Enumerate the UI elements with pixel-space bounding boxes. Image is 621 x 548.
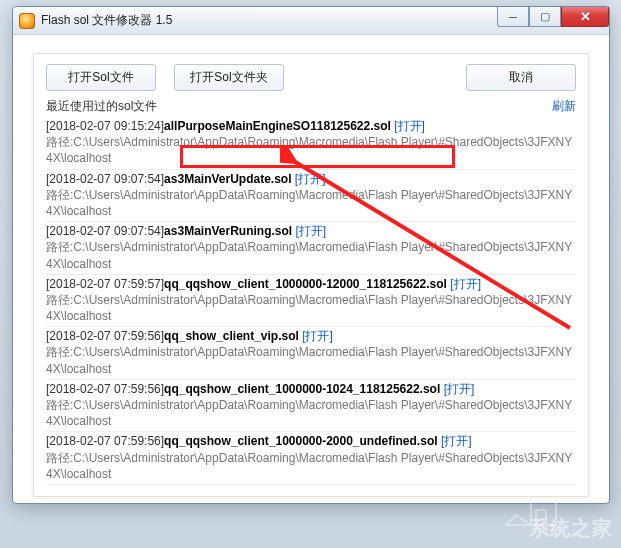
entry-filename: qq_qqshow_client_1000000-1024_118125622.… xyxy=(164,382,444,396)
entry-open-link[interactable]: [打开] xyxy=(295,172,326,186)
recent-header: 最近使用过的sol文件 刷新 xyxy=(46,98,576,115)
entry-filename: as3MainVerRuning.sol xyxy=(164,224,295,238)
refresh-link[interactable]: 刷新 xyxy=(552,98,576,115)
entry-path: 路径:C:\Users\Administrator\AppData\Roamin… xyxy=(46,292,576,324)
app-window: Flash sol 文件修改器 1.5 ─ ▢ ✕ 打开Sol文件 打开Sol文… xyxy=(12,6,610,504)
file-entry: [2018-02-07 07:59:56]qq_show_client_vip.… xyxy=(46,327,576,380)
titlebar[interactable]: Flash sol 文件修改器 1.5 ─ ▢ ✕ xyxy=(13,7,609,35)
recent-label: 最近使用过的sol文件 xyxy=(46,98,157,115)
entry-open-link[interactable]: [打开] xyxy=(394,119,425,133)
inner-panel: 打开Sol文件 打开Sol文件夹 取消 最近使用过的sol文件 刷新 [2018… xyxy=(33,53,589,497)
file-entry: [2018-02-07 07:59:56]qq_qqshow_client_10… xyxy=(46,380,576,433)
entry-timestamp: [2018-02-07 09:15:24] xyxy=(46,119,164,133)
toolbar: 打开Sol文件 打开Sol文件夹 取消 xyxy=(46,64,576,91)
close-button[interactable]: ✕ xyxy=(561,7,609,27)
entry-open-link[interactable]: [打开] xyxy=(302,329,333,343)
entry-path: 路径:C:\Users\Administrator\AppData\Roamin… xyxy=(46,239,576,271)
entry-filename: as3MainVerUpdate.sol xyxy=(164,172,295,186)
recent-file-list: [2018-02-07 09:15:24]allPurposeMainEngin… xyxy=(46,117,576,488)
entry-open-link[interactable]: [打开] xyxy=(441,434,472,448)
open-sol-file-button[interactable]: 打开Sol文件 xyxy=(46,64,156,91)
entry-path: 路径:C:\Users\Administrator\AppData\Roamin… xyxy=(46,450,576,482)
open-sol-folder-button[interactable]: 打开Sol文件夹 xyxy=(174,64,284,91)
entry-filename: qq_qqshow_client_1000000-2000_undefined.… xyxy=(164,434,441,448)
file-entry: [2018-02-07 09:07:54]as3MainVerRuning.so… xyxy=(46,222,576,275)
entry-timestamp: [2018-02-07 09:07:54] xyxy=(46,224,164,238)
window-title: Flash sol 文件修改器 1.5 xyxy=(41,12,172,29)
entry-filename: qq_qqshow_client_1000000-12000_118125622… xyxy=(164,277,450,291)
cancel-button[interactable]: 取消 xyxy=(466,64,576,91)
file-entry: [2018-02-07 09:15:24]allPurposeMainEngin… xyxy=(46,117,576,170)
entry-path: 路径:C:\Users\Administrator\AppData\Roamin… xyxy=(46,344,576,376)
window-controls: ─ ▢ ✕ xyxy=(497,7,609,27)
file-entry: [2018-02-07 07:59:57]qq_qqshow_client_10… xyxy=(46,275,576,328)
entry-timestamp: [2018-02-07 07:59:57] xyxy=(46,277,164,291)
entry-timestamp: [2018-02-07 07:59:56] xyxy=(46,329,164,343)
entry-filename: qq_show_client_vip.sol xyxy=(164,329,302,343)
entry-filename: allPurposeMainEngineSO118125622.sol xyxy=(164,119,394,133)
entry-path: 路径:C:\Users\Administrator\AppData\Roamin… xyxy=(46,397,576,429)
entry-open-link[interactable]: [打开] xyxy=(450,277,481,291)
maximize-button[interactable]: ▢ xyxy=(529,7,561,27)
entry-open-link[interactable]: [打开] xyxy=(444,382,475,396)
entry-path: 路径:C:\Users\Administrator\AppData\Roamin… xyxy=(46,187,576,219)
watermark-text: 系统之家 xyxy=(529,515,613,542)
minimize-button[interactable]: ─ xyxy=(497,7,529,27)
entry-timestamp: [2018-02-07 09:07:54] xyxy=(46,172,164,186)
file-entry: [2018-02-07 07:59:56]qq_qqshow_client_10… xyxy=(46,432,576,485)
entry-timestamp: [2018-02-07 07:59:56] xyxy=(46,434,164,448)
app-icon xyxy=(19,13,35,29)
entry-path: 路径:C:\Users\Administrator\AppData\Roamin… xyxy=(46,134,576,166)
entry-open-link[interactable]: [打开] xyxy=(295,224,326,238)
file-entry: [2018-02-07 09:07:54]as3MainVerUpdate.so… xyxy=(46,170,576,223)
entry-timestamp: [2018-02-07 07:59:56] xyxy=(46,382,164,396)
